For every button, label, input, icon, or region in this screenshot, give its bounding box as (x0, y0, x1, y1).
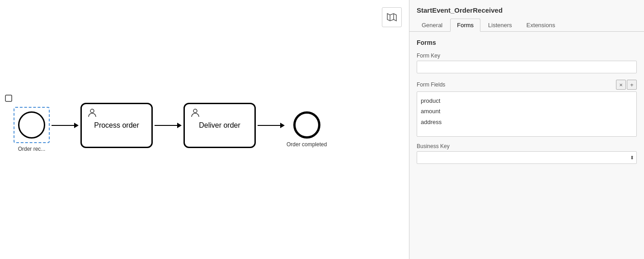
task1-process-order[interactable]: Process order (80, 103, 153, 148)
speech-bubble-icon[interactable] (0, 105, 0, 115)
sequence-flow-2 (155, 123, 182, 128)
form-field-product[interactable]: product (421, 96, 633, 106)
business-key-label: Business Key (417, 143, 637, 149)
map-icon-button[interactable] (382, 7, 402, 27)
tab-listeners[interactable]: Listeners (481, 19, 519, 32)
svg-marker-0 (387, 14, 396, 21)
form-field-address[interactable]: address (421, 117, 633, 127)
svg-rect-5 (5, 95, 12, 101)
start-event-selection (14, 107, 50, 143)
tab-forms[interactable]: Forms (450, 19, 480, 32)
tabs-bar: General Forms Listeners Extensions (409, 19, 644, 32)
forms-section-title: Forms (417, 39, 637, 46)
form-key-input[interactable] (417, 61, 637, 73)
tab-general[interactable]: General (415, 19, 449, 32)
shape-diamond-icon[interactable] (0, 93, 0, 103)
shape-square-icon[interactable] (4, 93, 14, 103)
right-panel: StartEvent_OrderReceived General Forms L… (409, 0, 644, 259)
task1-container: Process order (80, 103, 153, 156)
form-field-amount[interactable]: amount (421, 106, 633, 116)
panel-content: Forms Form Key Form Fields × + product a… (409, 32, 644, 259)
form-key-label: Form Key (417, 53, 637, 59)
task1-user-icon (87, 108, 97, 120)
panel-title: StartEvent_OrderReceived (409, 0, 644, 19)
bpmn-diagram: 🔧 🗑 ⇱ Order rec... (0, 103, 409, 156)
form-fields-header: Form Fields × + (417, 80, 637, 90)
mini-toolbar[interactable]: 🔧 🗑 ⇱ (0, 93, 15, 138)
form-fields-label: Form Fields (417, 82, 615, 88)
task2-container: Deliver order (183, 103, 256, 156)
sequence-flow-1 (52, 123, 79, 128)
business-key-wrapper (417, 151, 637, 164)
task2-label: Deliver order (199, 121, 240, 130)
sequence-flow-3 (258, 123, 285, 128)
task2-deliver-order[interactable]: Deliver order (183, 103, 256, 148)
end-event-container: Order completed (287, 111, 327, 148)
end-event-label: Order completed (287, 141, 327, 148)
tab-extensions[interactable]: Extensions (520, 19, 562, 32)
svg-point-10 (193, 109, 197, 113)
task1-label: Process order (94, 121, 139, 130)
svg-point-9 (90, 109, 94, 113)
end-event[interactable] (293, 111, 320, 139)
start-event-label: Order rec... (18, 146, 46, 152)
form-fields-clear-btn[interactable]: × (616, 80, 626, 90)
form-fields-list: product amount address (417, 91, 637, 137)
trash-icon[interactable]: 🗑 (0, 117, 0, 127)
form-fields-add-btn[interactable]: + (627, 80, 637, 90)
canvas-area: 🔧 🗑 ⇱ Order rec... (0, 0, 409, 259)
start-event[interactable] (18, 111, 45, 139)
business-key-select[interactable] (417, 151, 637, 164)
task2-user-icon (190, 108, 200, 120)
